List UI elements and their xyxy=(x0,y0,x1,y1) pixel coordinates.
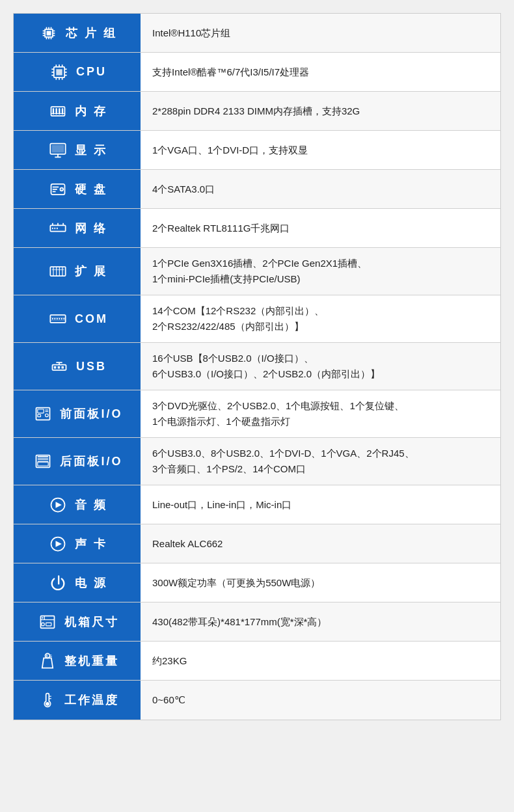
spec-value-rear_io: 6个USB3.0、8个USB2.0、1个DVI-D、1个VGA、2个RJ45、3… xyxy=(141,438,500,485)
icon-display xyxy=(46,139,70,162)
svg-rect-37 xyxy=(52,144,64,152)
spec-value-casesize: 430(482带耳朵)*481*177mm(宽*深*高） xyxy=(141,602,500,641)
spec-row-chipset: 芯 片 组Intel®H110芯片组 xyxy=(14,14,500,53)
spec-label-expansion: 扩 展 xyxy=(14,248,141,295)
spec-row-power: 电 源300W额定功率（可更换为550W电源） xyxy=(14,563,500,602)
icon-power xyxy=(46,571,70,595)
spec-table: 芯 片 组Intel®H110芯片组 CPU支持Intel®酷睿™6/7代I3/… xyxy=(13,13,501,720)
label-text-chipset: 芯 片 组 xyxy=(66,25,117,41)
spec-value-audio: Line-out口，Line-in口，Mic-in口 xyxy=(141,485,500,524)
spec-label-rear_io: 后面板I/O xyxy=(14,438,141,485)
spec-value-cpu: 支持Intel®酷睿™6/7代I3/I5/I7处理器 xyxy=(141,53,500,91)
icon-usb xyxy=(47,355,71,378)
spec-row-audio: 音 频Line-out口，Line-in口，Mic-in口 xyxy=(14,485,500,524)
spec-value-network: 2个Realtek RTL8111G千兆网口 xyxy=(141,209,500,247)
spec-row-front_io: 前面板I/O3个DVD光驱位、2个USB2.0、1个电源按钮、1个复位键、1个电… xyxy=(14,390,500,438)
spec-row-hdd: 硬 盘4个SATA3.0口 xyxy=(14,170,500,209)
spec-value-power: 300W额定功率（可更换为550W电源） xyxy=(141,563,500,602)
spec-label-chipset: 芯 片 组 xyxy=(14,14,141,52)
label-text-front_io: 前面板I/O xyxy=(60,406,122,422)
svg-point-60 xyxy=(57,318,58,319)
spec-label-display: 显 示 xyxy=(14,131,141,169)
spec-label-memory: 内 存 xyxy=(14,92,141,130)
svg-rect-91 xyxy=(46,623,51,626)
spec-label-hdd: 硬 盘 xyxy=(14,170,141,208)
svg-rect-68 xyxy=(58,366,61,369)
label-text-hdd: 硬 盘 xyxy=(75,182,107,197)
icon-expansion xyxy=(46,260,70,283)
spec-row-weight: KG 整机重量约23KG xyxy=(14,642,500,681)
icon-rear_io xyxy=(31,450,55,473)
svg-rect-73 xyxy=(38,409,44,413)
spec-label-com: COM xyxy=(14,295,141,342)
icon-memory xyxy=(46,100,70,123)
spec-label-network: 网 络 xyxy=(14,209,141,247)
svg-point-59 xyxy=(54,318,55,319)
svg-rect-67 xyxy=(54,366,57,369)
label-text-soundcard: 声 卡 xyxy=(75,536,107,552)
svg-marker-84 xyxy=(56,502,62,508)
spec-row-display: 显 示1个VGA口、1个DVI-D口，支持双显 xyxy=(14,131,500,170)
svg-marker-86 xyxy=(56,541,62,547)
spec-row-usb: USB16个USB【8个USB2.0（I/O接口）、6个USB3.0（I/O接口… xyxy=(14,343,500,390)
svg-point-92 xyxy=(41,623,44,626)
svg-point-58 xyxy=(52,318,53,319)
spec-value-soundcard: Realtek ALC662 xyxy=(141,524,500,563)
spec-value-front_io: 3个DVD光驱位、2个USB2.0、1个电源按钮、1个复位键、1个电源指示灯、1… xyxy=(141,390,500,437)
icon-com xyxy=(46,307,70,331)
svg-rect-15 xyxy=(56,69,62,75)
spec-row-casesize: 机箱尺寸430(482带耳朵)*481*177mm(宽*深*高） xyxy=(14,602,500,642)
spec-value-temperature: 0~60℃ xyxy=(141,681,500,720)
svg-point-40 xyxy=(62,189,62,189)
spec-value-weight: 约23KG xyxy=(141,642,500,680)
icon-casesize xyxy=(36,610,59,634)
label-text-expansion: 扩 展 xyxy=(75,264,107,279)
label-text-weight: 整机重量 xyxy=(64,653,119,669)
svg-point-62 xyxy=(61,318,62,319)
spec-row-temperature: 工作温度0~60℃ xyxy=(14,681,500,720)
svg-rect-51 xyxy=(51,267,66,276)
label-text-memory: 内 存 xyxy=(75,103,107,119)
spec-row-com: COM14个COM【12个RS232（内部引出）、2个RS232/422/485… xyxy=(14,295,500,343)
svg-point-90 xyxy=(42,617,43,618)
icon-weight: KG xyxy=(36,649,59,673)
label-text-cpu: CPU xyxy=(76,65,107,79)
spec-value-expansion: 1个PCIe Gen3X16插槽、2个PCIe Gen2X1插槽、1个mini-… xyxy=(141,248,500,295)
spec-row-cpu: CPU支持Intel®酷睿™6/7代I3/I5/I7处理器 xyxy=(14,53,500,92)
svg-rect-1 xyxy=(46,31,51,35)
icon-audio xyxy=(46,493,70,517)
spec-label-temperature: 工作温度 xyxy=(14,681,141,720)
label-text-display: 显 示 xyxy=(75,142,107,158)
icon-soundcard xyxy=(46,532,70,556)
label-text-network: 网 络 xyxy=(75,221,107,236)
label-text-temperature: 工作温度 xyxy=(64,692,119,708)
spec-value-memory: 2*288pin DDR4 2133 DIMM内存插槽，支持32G xyxy=(141,92,500,130)
spec-value-chipset: Intel®H110芯片组 xyxy=(141,14,500,52)
spec-row-network: 网 络2个Realtek RTL8111G千兆网口 xyxy=(14,209,500,248)
icon-network xyxy=(46,217,70,240)
spec-label-usb: USB xyxy=(14,343,141,390)
icon-hdd xyxy=(46,178,70,201)
icon-front_io xyxy=(31,402,55,426)
spec-value-display: 1个VGA口、1个DVI-D口，支持双显 xyxy=(141,131,500,169)
spec-label-weight: KG 整机重量 xyxy=(14,642,141,680)
label-text-power: 电 源 xyxy=(75,575,107,591)
svg-rect-69 xyxy=(61,366,64,369)
spec-row-expansion: 扩 展1个PCIe Gen3X16插槽、2个PCIe Gen2X1插槽、1个mi… xyxy=(14,248,500,295)
svg-text:KG: KG xyxy=(46,655,53,658)
label-text-audio: 音 频 xyxy=(75,497,107,513)
spec-label-soundcard: 声 卡 xyxy=(14,524,141,563)
svg-rect-74 xyxy=(38,414,41,417)
icon-cpu xyxy=(47,61,71,84)
svg-point-61 xyxy=(59,318,60,319)
svg-point-95 xyxy=(46,702,49,706)
spec-label-power: 电 源 xyxy=(14,563,141,602)
spec-label-casesize: 机箱尺寸 xyxy=(14,602,141,641)
icon-temperature xyxy=(36,688,59,712)
spec-row-memory: 内 存2*288pin DDR4 2133 DIMM内存插槽，支持32G xyxy=(14,92,500,131)
spec-value-com: 14个COM【12个RS232（内部引出）、2个RS232/422/485（内部… xyxy=(141,295,500,342)
label-text-casesize: 机箱尺寸 xyxy=(64,614,119,630)
svg-point-75 xyxy=(46,414,49,417)
spec-value-hdd: 4个SATA3.0口 xyxy=(141,170,500,208)
spec-row-soundcard: 声 卡Realtek ALC662 xyxy=(14,524,500,563)
